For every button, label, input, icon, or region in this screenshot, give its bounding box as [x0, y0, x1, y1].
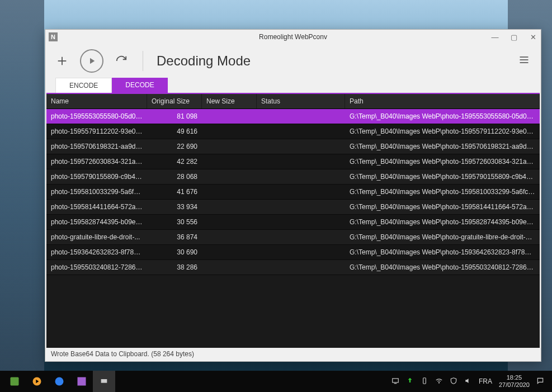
table-row[interactable]: photo-1595553055580-05d06b...81 098G:\Te… — [46, 109, 540, 124]
cell-path: G:\Temp\_B040\Images WebP\photo-15958287… — [345, 218, 540, 226]
svg-rect-14 — [423, 377, 426, 384]
table-row[interactable]: photo-1595810033299-5a6fcda...41 676G:\T… — [46, 185, 540, 200]
tab-bar: ENCODE DECODE — [45, 78, 541, 93]
refresh-button[interactable] — [114, 53, 129, 69]
table-row[interactable]: photo-1595790155809-c9b4d1...28 068G:\Te… — [46, 169, 540, 185]
cell-name: photo-1595814411664-572a02... — [46, 203, 147, 211]
titlebar[interactable]: N Romeolight WebPconv — ▢ ✕ — [45, 30, 541, 44]
menu-button[interactable] — [518, 54, 530, 68]
svg-marker-2 — [90, 58, 95, 64]
table-row[interactable]: photo-1595828744395-b09e9a...30 556G:\Te… — [46, 215, 540, 230]
cell-path: G:\Temp\_B040\Images WebP\photo-15957061… — [345, 143, 540, 150]
close-button[interactable]: ✕ — [529, 33, 537, 41]
svg-rect-12 — [393, 378, 399, 382]
svg-point-15 — [438, 382, 439, 382]
cell-name: photo-1595810033299-5a6fcda... — [46, 188, 147, 196]
cell-name: photo-1595828744395-b09e9a... — [46, 218, 147, 226]
cell-path: G:\Temp\_B040\Images WebP\photo-15955032… — [345, 263, 540, 271]
table-row[interactable]: photo-1595814411664-572a02...33 934G:\Te… — [46, 200, 540, 215]
table-row[interactable]: photo-1595706198321-aa9dcd...22 690G:\Te… — [46, 139, 540, 154]
minimize-button[interactable]: — — [490, 33, 499, 41]
window-controls: — ▢ ✕ — [490, 33, 537, 41]
cell-original-size: 22 690 — [147, 143, 202, 150]
taskbar-app-1[interactable] — [3, 371, 26, 392]
svg-point-9 — [55, 377, 64, 386]
cell-original-size: 28 068 — [147, 173, 202, 181]
play-button[interactable] — [80, 49, 103, 73]
table-row[interactable]: photo-1595579112202-93e076...49 616G:\Te… — [46, 124, 540, 139]
tray-clock[interactable]: 18:25 27/07/2020 — [499, 374, 530, 389]
window-title: Romeolight WebPconv — [45, 33, 541, 41]
cell-name: photo-1595503240812-7286daf... — [46, 263, 147, 271]
svg-rect-10 — [78, 377, 86, 386]
app-window: N Romeolight WebPconv — ▢ ✕ Decoding Mod… — [45, 29, 541, 362]
cell-name: photo-1593642632823-8f785ba... — [46, 248, 147, 256]
table-row[interactable]: photo-1595726030834-321a14...42 282G:\Te… — [46, 154, 540, 169]
cell-path: G:\Temp\_B040\Images WebP\photo-15957901… — [345, 173, 540, 181]
svg-rect-11 — [101, 379, 107, 383]
table-row[interactable]: photo-1593642632823-8f785ba...30 690G:\T… — [46, 245, 540, 260]
svg-marker-16 — [465, 378, 468, 382]
cell-original-size: 30 556 — [147, 218, 202, 226]
mode-label: Decoding Mode — [157, 53, 251, 69]
tray-upload-icon[interactable] — [406, 377, 414, 386]
file-grid: Name Original Size New Size Status Path … — [46, 93, 540, 348]
tray-notifications-icon[interactable] — [536, 377, 544, 386]
toolbar-divider — [143, 51, 143, 71]
taskbar[interactable]: FRA 18:25 27/07/2020 — [0, 371, 552, 392]
cell-path: G:\Temp\_B040\Images WebP\photo-15955791… — [345, 127, 540, 135]
cell-path: G:\Temp\_B040\Images WebP\photo-15957260… — [345, 158, 540, 166]
cell-path: G:\Temp\_B040\Images WebP\photo-15958100… — [345, 188, 540, 196]
add-button[interactable] — [54, 53, 70, 69]
cell-name: photo-1595553055580-05d06b... — [46, 112, 147, 120]
cell-path: G:\Temp\_B040\Images WebP\photo-gratuite… — [345, 233, 540, 241]
cell-name: photo-1595579112202-93e076... — [46, 127, 147, 135]
svg-rect-6 — [11, 377, 19, 386]
col-name[interactable]: Name — [46, 94, 147, 108]
cell-name: photo-gratuite-libre-de-droit-... — [46, 233, 147, 241]
cell-original-size: 38 286 — [147, 263, 202, 271]
table-row[interactable]: photo-1595503240812-7286daf...38 286G:\T… — [46, 260, 540, 275]
grid-header: Name Original Size New Size Status Path — [46, 93, 540, 109]
cell-original-size: 30 690 — [147, 248, 202, 256]
cell-path: G:\Temp\_B040\Images WebP\photo-15936426… — [345, 248, 540, 256]
table-row[interactable]: photo-gratuite-libre-de-droit-...36 874G… — [46, 230, 540, 245]
col-new-size[interactable]: New Size — [202, 94, 257, 108]
tray-wifi-icon[interactable] — [435, 377, 443, 386]
cell-original-size: 36 874 — [147, 233, 202, 241]
cell-original-size: 42 282 — [147, 158, 202, 166]
col-path[interactable]: Path — [345, 94, 540, 108]
cell-original-size: 49 616 — [147, 127, 202, 135]
cell-original-size: 33 934 — [147, 203, 202, 211]
taskbar-app-2[interactable] — [26, 371, 48, 392]
tray-device-icon[interactable] — [421, 377, 428, 386]
grid-body[interactable]: photo-1595553055580-05d06b...81 098G:\Te… — [46, 109, 540, 348]
tray-volume-icon[interactable] — [464, 377, 472, 386]
toolbar: Decoding Mode — [45, 44, 541, 78]
taskbar-app-3[interactable] — [48, 371, 70, 392]
cell-original-size: 81 098 — [147, 112, 202, 120]
cell-path: G:\Temp\_B040\Images WebP\photo-15955530… — [345, 112, 540, 120]
taskbar-app-4[interactable] — [70, 371, 93, 392]
tab-encode[interactable]: ENCODE — [55, 78, 112, 93]
cell-name: photo-1595706198321-aa9dcd... — [46, 143, 147, 150]
tray-date: 27/07/2020 — [499, 381, 530, 389]
tab-decode[interactable]: DECODE — [112, 78, 167, 93]
cell-name: photo-1595726030834-321a14... — [46, 158, 147, 166]
maximize-button[interactable]: ▢ — [509, 33, 518, 41]
taskbar-app-5[interactable] — [93, 371, 115, 392]
cell-original-size: 41 676 — [147, 188, 202, 196]
statusbar: Wrote Base64 Data to Clipboard. (58 264 … — [45, 348, 541, 361]
col-original-size[interactable]: Original Size — [147, 94, 202, 108]
tray-monitor-icon[interactable] — [391, 377, 399, 386]
system-tray: FRA 18:25 27/07/2020 — [391, 374, 549, 389]
cell-path: G:\Temp\_B040\Images WebP\photo-15958144… — [345, 203, 540, 211]
app-icon: N — [49, 32, 58, 41]
tray-shield-icon[interactable] — [450, 377, 457, 386]
col-status[interactable]: Status — [257, 94, 345, 108]
tray-time: 18:25 — [499, 374, 530, 381]
tray-language[interactable]: FRA — [479, 377, 492, 385]
cell-name: photo-1595790155809-c9b4d1... — [46, 173, 147, 181]
